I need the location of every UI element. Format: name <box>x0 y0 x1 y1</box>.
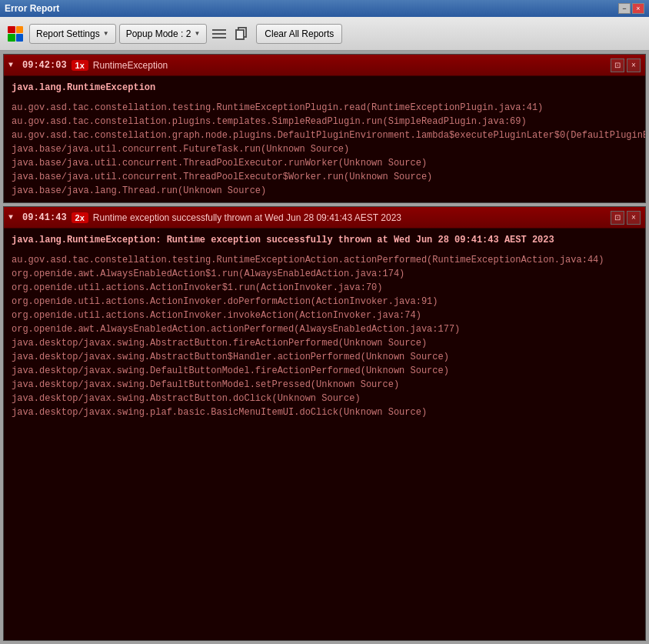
clear-all-label: Clear All Reports <box>265 28 334 39</box>
stack-trace-line: java.desktop/javax.swing.plaf.basic.Basi… <box>12 405 637 419</box>
stack-trace-line: org.openide.util.actions.ActionInvoker.i… <box>12 309 637 322</box>
window-title: Error Report <box>5 3 59 14</box>
timestamp-2: 09:41:43 <box>22 212 67 223</box>
copy-button[interactable] <box>231 23 253 45</box>
copy-icon <box>235 27 249 41</box>
expand-btn-1[interactable]: ⊡ <box>611 58 624 72</box>
error-type-1: java.lang.RuntimeException <box>12 81 637 95</box>
popup-mode-arrow: ▼ <box>194 30 200 37</box>
report-settings-button[interactable]: Report Settings ▼ <box>29 24 116 44</box>
header-actions-1: ⊡ × <box>611 58 641 72</box>
header-actions-2: ⊡ × <box>611 211 641 225</box>
stack-trace-line: org.openide.util.actions.ActionInvoker$1… <box>12 281 637 295</box>
stack-trace-line: org.openide.util.actions.ActionInvoker.d… <box>12 295 637 309</box>
error-header-2[interactable]: ▼ 09:41:43 2x Runtime exception successf… <box>4 207 645 229</box>
count-badge-2: 2x <box>72 212 88 223</box>
error-body-2: java.lang.RuntimeException: Runtime exce… <box>4 229 645 640</box>
grid-cell-red <box>8 26 15 34</box>
error-title-1: RuntimeException <box>93 60 606 71</box>
stack-trace-line: org.openide.awt.AlwaysEnabledAction.acti… <box>12 322 637 336</box>
close-btn-1[interactable]: × <box>627 58 641 72</box>
error-header-1[interactable]: ▼ 09:42:03 1x RuntimeException ⊡ × <box>4 55 645 76</box>
expand-arrow-1: ▼ <box>8 61 18 69</box>
stack-trace-line: java.desktop/javax.swing.AbstractButton.… <box>12 392 637 405</box>
main-content: ▼ 09:42:03 1x RuntimeException ⊡ × java.… <box>0 51 649 644</box>
expand-btn-2[interactable]: ⊡ <box>611 211 624 225</box>
title-bar: Error Report − × <box>0 0 649 17</box>
stack-trace-line: java.base/java.util.concurrent.ThreadPoo… <box>12 156 637 170</box>
expand-arrow-2: ▼ <box>8 213 18 222</box>
stack-trace-line: au.gov.asd.tac.constellation.graph.node.… <box>12 128 637 142</box>
stack-traces-2: au.gov.asd.tac.constellation.testing.Run… <box>12 253 637 419</box>
minimize-button[interactable]: − <box>618 3 631 14</box>
stack-trace-line: java.desktop/javax.swing.AbstractButton$… <box>12 350 637 364</box>
error-panel-2: ▼ 09:41:43 2x Runtime exception successf… <box>3 206 646 641</box>
count-badge-1: 1x <box>72 60 88 71</box>
popup-mode-button[interactable]: Popup Mode : 2 ▼ <box>119 24 208 44</box>
error-body-1: java.lang.RuntimeException au.gov.asd.ta… <box>4 76 645 202</box>
stack-traces-1: au.gov.asd.tac.constellation.testing.Run… <box>12 101 637 198</box>
grid-cell-orange <box>16 26 24 34</box>
report-settings-arrow: ▼ <box>103 30 109 37</box>
timestamp-1: 09:42:03 <box>22 60 67 71</box>
copy-page-front <box>235 29 245 40</box>
stack-trace-line: au.gov.asd.tac.constellation.testing.Run… <box>12 101 637 115</box>
error-title-2: Runtime exception successfully thrown at… <box>93 212 606 223</box>
clear-all-button[interactable]: Clear All Reports <box>256 24 342 44</box>
stack-trace-line: java.desktop/javax.swing.DefaultButtonMo… <box>12 378 637 392</box>
error-panel-1: ▼ 09:42:03 1x RuntimeException ⊡ × java.… <box>3 54 646 203</box>
grid-icon <box>8 26 23 42</box>
stack-trace-line: java.desktop/javax.swing.DefaultButtonMo… <box>12 364 637 378</box>
close-button[interactable]: × <box>632 3 644 14</box>
stack-trace-line: java.base/java.lang.Thread.run(Unknown S… <box>12 184 637 198</box>
error-type-2: java.lang.RuntimeException: Runtime exce… <box>12 233 637 247</box>
line-2 <box>212 33 226 35</box>
window-controls: − × <box>618 3 644 14</box>
grid-cell-blue <box>16 34 24 42</box>
stack-trace-line: org.openide.awt.AlwaysEnabledAction$1.ru… <box>12 267 637 281</box>
line-1 <box>212 29 226 31</box>
popup-mode-label: Popup Mode : 2 <box>126 28 191 39</box>
stack-trace-line: java.base/java.util.concurrent.FutureTas… <box>12 142 637 156</box>
stack-trace-line: au.gov.asd.tac.constellation.testing.Run… <box>12 253 637 267</box>
toolbar: Report Settings ▼ Popup Mode : 2 ▼ Clear… <box>0 17 649 51</box>
close-btn-2[interactable]: × <box>627 211 641 225</box>
stack-trace-line: au.gov.asd.tac.constellation.plugins.tem… <box>12 115 637 128</box>
line-3 <box>212 37 226 38</box>
app-icon <box>5 23 26 45</box>
stack-trace-line: java.desktop/javax.swing.AbstractButton.… <box>12 336 637 350</box>
lines-icon <box>212 29 226 38</box>
stack-trace-line: java.base/java.util.concurrent.ThreadPoo… <box>12 170 637 184</box>
grid-cell-green <box>8 34 15 42</box>
separator-icon <box>210 25 228 43</box>
report-settings-label: Report Settings <box>36 28 100 39</box>
